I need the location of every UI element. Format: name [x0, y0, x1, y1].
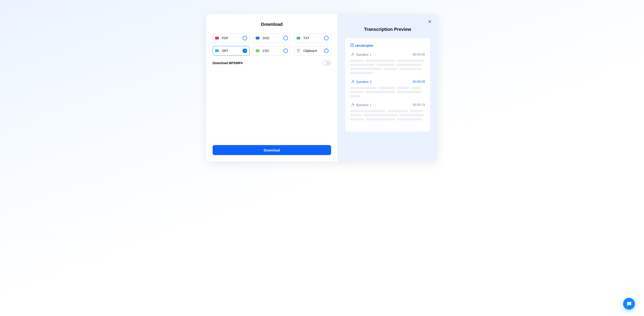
brand-icon: T: [350, 43, 354, 47]
format-radio: [284, 36, 288, 40]
transcript-segment: Speaker 1 00:00:15: [350, 103, 425, 120]
format-option-txt[interactable]: TXT: [294, 33, 331, 43]
placeholder-bar: [350, 87, 377, 89]
brand-logo: T ranskriptor: [350, 43, 425, 47]
close-button[interactable]: [427, 18, 433, 24]
segment-speaker: Speaker 1: [350, 52, 372, 56]
format-badge-pdf: [215, 37, 219, 39]
download-pane: Download PDF DOC TXT SRT CSV Clipboa: [206, 14, 338, 161]
svg-text:T: T: [352, 44, 353, 46]
placeholder-bar: [350, 114, 362, 116]
placeholder-bar: [363, 114, 397, 116]
format-label: PDF: [222, 36, 242, 40]
format-label: DOC: [262, 36, 283, 40]
format-label: CSV: [262, 49, 283, 53]
format-option-pdf[interactable]: PDF: [212, 33, 250, 43]
mp3-toggle[interactable]: [322, 60, 331, 65]
speaker-icon: [350, 80, 354, 84]
placeholder-bar: [397, 60, 424, 62]
download-modal: Download PDF DOC TXT SRT CSV Clipboa: [206, 14, 438, 161]
segment-time: 00:00:00: [413, 53, 425, 56]
preview-pane: Transcription Preview T ranskriptor: [338, 14, 438, 161]
format-option-doc[interactable]: DOC: [253, 33, 290, 43]
download-title: Download: [212, 22, 331, 27]
placeholder-bar: [350, 118, 364, 120]
placeholder-bar: [350, 64, 375, 66]
format-option-clipboard[interactable]: Clipboard: [294, 46, 331, 55]
toggle-knob: [322, 61, 326, 65]
placeholder-bar: [376, 64, 394, 66]
placeholder-bar: [387, 110, 408, 112]
placeholder-bar: [399, 68, 422, 70]
mp3-label: Download MP3/MP4: [212, 61, 242, 65]
placeholder-bar: [350, 72, 373, 74]
format-badge-csv: [256, 49, 259, 52]
segments-list: Speaker 1 00:00:00 Speaker 2 00:00:09: [350, 52, 425, 120]
format-radio: [242, 36, 247, 40]
placeholder-bar: [366, 60, 395, 62]
segment-header: Speaker 1 00:00:00: [350, 52, 425, 56]
placeholder-bar: [396, 64, 422, 66]
placeholder-bar: [350, 110, 386, 112]
format-label: TXT: [304, 36, 324, 40]
download-button[interactable]: Download: [212, 145, 331, 155]
clipboard-icon: [296, 49, 300, 53]
format-radio: [324, 36, 328, 40]
preview-title: Transcription Preview: [345, 27, 430, 32]
speaker-name: Speaker 1: [356, 103, 372, 107]
format-option-srt[interactable]: SRT: [212, 46, 250, 55]
close-icon: [428, 19, 432, 23]
segment-lines: [350, 60, 425, 74]
placeholder-bar: [397, 118, 422, 120]
placeholder-bar: [350, 91, 364, 93]
format-label: SRT: [222, 49, 242, 53]
mp3-row: Download MP3/MP4: [212, 60, 331, 65]
transcript-segment: Speaker 1 00:00:00: [350, 52, 425, 74]
segment-lines: [350, 87, 425, 97]
placeholder-bar: [399, 114, 424, 116]
svg-rect-1: [298, 49, 299, 50]
format-badge-doc: [256, 37, 259, 39]
segment-header: Speaker 2 00:00:09: [350, 80, 425, 84]
chat-fab[interactable]: [623, 298, 635, 310]
placeholder-bar: [350, 95, 360, 97]
placeholder-bar: [379, 87, 394, 89]
brand-text: ranskriptor: [355, 43, 374, 47]
segment-speaker: Speaker 1: [350, 103, 372, 107]
placeholder-bar: [350, 60, 364, 62]
format-radio: [284, 48, 288, 53]
placeholder-bar: [412, 87, 422, 89]
segment-time: 00:00:09: [413, 80, 425, 83]
segment-time: 00:00:15: [413, 103, 425, 107]
format-radio: [242, 48, 247, 53]
format-radio: [324, 48, 328, 53]
placeholder-bar: [366, 91, 395, 93]
format-badge-srt: [215, 49, 219, 52]
speaker-name: Speaker 1: [356, 53, 372, 56]
placeholder-bar: [366, 118, 395, 120]
placeholder-bar: [397, 91, 422, 93]
format-option-csv[interactable]: CSV: [253, 46, 290, 55]
placeholder-bar: [410, 110, 423, 112]
speaker-icon: [350, 52, 354, 56]
transcript-segment: Speaker 2 00:00:09: [350, 80, 425, 97]
format-grid: PDF DOC TXT SRT CSV Clipboard: [212, 33, 331, 55]
preview-card: T ranskriptor Speaker 1 00:00:00: [345, 38, 430, 132]
segment-header: Speaker 1 00:00:15: [350, 103, 425, 107]
chat-icon: [626, 301, 632, 307]
placeholder-bar: [350, 68, 382, 70]
segment-speaker: Speaker 2: [350, 80, 372, 84]
segment-lines: [350, 110, 425, 120]
format-label: Clipboard: [304, 49, 324, 53]
format-badge-txt: [296, 37, 300, 39]
placeholder-bar: [384, 68, 397, 70]
speaker-icon: [350, 103, 354, 107]
check-icon: [244, 50, 246, 52]
placeholder-bar: [396, 87, 410, 89]
speaker-name: Speaker 2: [356, 80, 372, 84]
